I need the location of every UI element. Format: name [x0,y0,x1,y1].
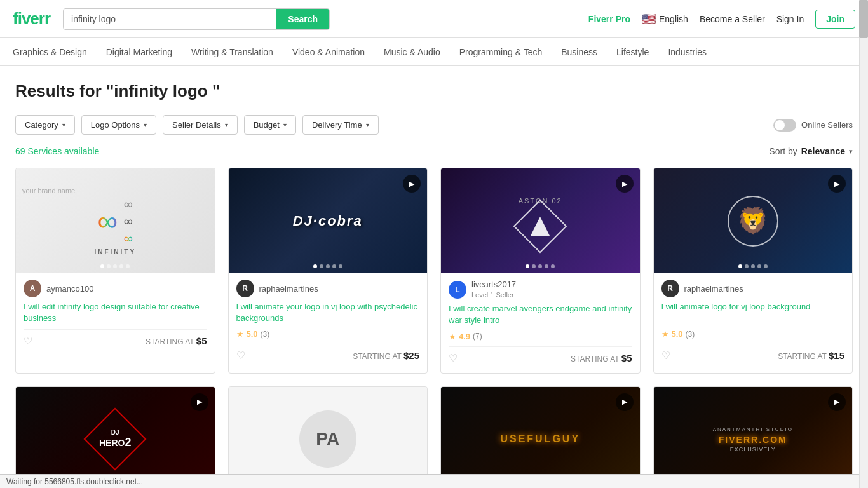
seller-level: Level 1 Seller [471,290,516,299]
main-content: Results for "infinity logo " Category ▾ … [0,66,868,488]
nav-item-business[interactable]: Business [561,39,597,65]
sort-by-dropdown[interactable]: Sort by Relevance ▾ [769,146,853,156]
dot [757,264,761,268]
play-icon: ▶ [191,393,208,411]
service-card[interactable]: DJ HERO2 ▶ [15,386,215,488]
price-value: $5 [621,353,632,363]
nav-item-lifestyle[interactable]: Lifestyle [616,39,649,65]
image-dots [526,264,555,268]
nav-item-writing[interactable]: Writing & Translation [191,39,273,65]
card-image: DJ HERO2 ▶ [16,387,215,488]
card-image: ANANTMANTRI STUDIO FIVERR.COM EXCLUSIVEL… [654,387,853,488]
scrollbar[interactable] [859,0,868,488]
rating-value: 5.0 [247,329,258,339]
logo[interactable]: fiverr [13,9,50,29]
star-icon: ★ [449,332,456,341]
sort-by-value: Relevance [801,146,845,156]
service-card[interactable]: your brand name ∞ ∞ ∞ ∞ INFINITY [15,168,215,374]
card-rating: ★ 5.0 (3) [661,329,845,339]
card-thumbnail: ASTON 02 [441,168,640,273]
avatar: A [24,280,41,297]
cards-grid: your brand name ∞ ∞ ∞ ∞ INFINITY [15,168,853,488]
dot [107,264,111,268]
card-title: I will create marvel avengers endgame an… [449,303,632,326]
language-selector[interactable]: 🇺🇸 English [642,12,688,26]
service-card[interactable]: 🦁 ▶ R raphaelmartines I will animate l [653,168,853,374]
chevron-down-icon: ▾ [283,121,287,128]
become-seller-link[interactable]: Become a Seller [700,14,765,24]
online-sellers-switch[interactable] [773,119,796,132]
dot [751,264,755,268]
nav-item-industries[interactable]: Industries [668,39,707,65]
card-rating: ★ 5.0 (3) [236,329,420,339]
service-card[interactable]: PA A ammyfargerik ♡ [228,386,428,488]
filters-bar: Category ▾ Logo Options ▾ Seller Details… [15,115,853,135]
favorite-button[interactable]: ♡ [661,349,670,362]
dot [326,264,330,268]
budget-filter[interactable]: Budget ▾ [244,115,296,135]
favorite-button[interactable]: ♡ [449,352,458,364]
seller-info: livearts2017 Level 1 Seller [471,280,516,299]
nav-item-programming[interactable]: Programming & Tech [459,39,542,65]
card-user: A aymanco100 [24,280,207,297]
nav-item-video[interactable]: Video & Animation [292,39,365,65]
card-thumbnail: DJ HERO2 [16,387,215,488]
nav-item-digital[interactable]: Digital Marketing [106,39,172,65]
rating-count: (7) [473,332,482,341]
avatar: R [236,280,254,297]
rating-value: 5.0 [672,329,683,339]
card-image: 🦁 ▶ [654,168,853,273]
dot [313,264,317,268]
header-right: Fiverr Pro 🇺🇸 English Become a Seller Si… [588,10,855,29]
dot [538,264,542,268]
service-card[interactable]: USEFULGUY ▶ U useful_guy Level 2 Seller [440,386,641,488]
play-icon: ▶ [828,175,846,193]
nav-item-music[interactable]: Music & Audio [384,39,440,65]
service-card[interactable]: ANANTMANTRI STUDIO FIVERR.COM EXCLUSIVEL… [653,386,853,488]
join-button[interactable]: Join [815,10,855,29]
play-icon: ▶ [616,393,634,411]
dot [545,264,548,268]
overlay-sub2: EXCLUSIVELY [713,446,793,452]
seller-details-filter[interactable]: Seller Details ▾ [163,115,238,135]
card-rating: ★ 4.9 (7) [449,332,632,341]
dot [320,264,323,268]
card-footer: ♡ STARTING AT $25 [236,344,420,362]
favorite-button[interactable]: ♡ [236,349,245,362]
image-dots [313,264,342,268]
image-dots [738,264,768,268]
seller-name: livearts2017 [471,280,516,290]
card-footer: ♡ STARTING AT $15 [661,344,845,362]
service-card[interactable]: ASTON 02 ▶ L [440,168,641,374]
nav-item-graphics[interactable]: Graphics & Design [13,39,87,65]
card-image: DJ·cobra ▶ [229,168,428,273]
overlay-text: FIVERR.COM [719,435,787,445]
dot [100,264,104,268]
star-icon: ★ [661,329,669,339]
seller-name: aymanco100 [46,284,93,294]
favorite-button[interactable]: ♡ [24,335,32,347]
dot [764,264,768,268]
search-input[interactable] [64,9,276,29]
dot [738,264,742,268]
header: fiverr Search Fiverr Pro 🇺🇸 English Beco… [0,0,868,38]
card-body: A aymanco100 I will edit infinity logo d… [16,273,215,356]
card-user: L livearts2017 Level 1 Seller [449,280,632,299]
card-footer: ♡ STARTING AT $5 [24,329,207,347]
overlay-text: DJ·cobra [293,213,363,229]
overlay-text: 🦁 [737,206,769,236]
category-filter[interactable]: Category ▾ [15,115,75,135]
logo-options-filter[interactable]: Logo Options ▾ [81,115,156,135]
scrollbar-thumb[interactable] [859,0,868,38]
search-button[interactable]: Search [276,9,329,29]
card-image: ASTON 02 ▶ [441,168,640,273]
price-value: $25 [403,350,419,361]
page-title: Results for "infinity logo " [15,81,853,101]
fiverr-pro-link[interactable]: Fiverr Pro [588,14,630,24]
service-card[interactable]: DJ·cobra ▶ R raphaelmartines I will anim… [228,168,428,374]
price-value: $15 [829,350,844,361]
card-price: STARTING AT $5 [146,336,207,346]
dot [339,264,342,268]
sign-in-link[interactable]: Sign In [776,14,804,24]
delivery-time-filter[interactable]: Delivery Time ▾ [302,115,379,135]
